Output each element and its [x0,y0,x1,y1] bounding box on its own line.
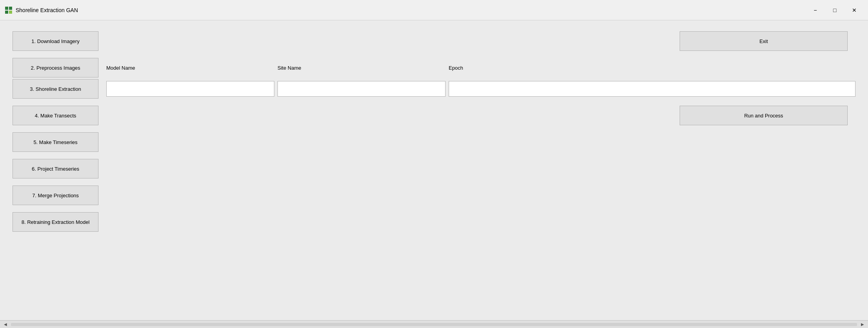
svg-rect-0 [5,7,8,10]
scroll-track[interactable] [11,323,857,326]
app-icon [5,6,13,14]
minimize-button[interactable]: − [806,4,824,16]
model-name-label: Model Name [106,65,274,71]
model-name-input[interactable] [106,81,274,97]
row-download: 1. Download Imagery Exit [13,31,855,51]
merge-projections-button[interactable]: 7. Merge Projections [13,186,98,205]
scroll-right-arrow[interactable]: ▶ [859,321,866,327]
site-name-input[interactable] [277,81,446,97]
svg-rect-3 [9,11,12,14]
scroll-left-arrow[interactable]: ◀ [2,321,9,327]
project-timeseries-button[interactable]: 6. Project Timeseries [13,159,98,178]
row-project-timeseries: 6. Project Timeseries [13,159,855,178]
row-transects: 4. Make Transects Run and Process [13,106,855,125]
preprocess-images-button[interactable]: 2. Preprocess Images [13,58,98,77]
retraining-extraction-button[interactable]: 8. Retraining Extraction Model [13,212,98,232]
run-and-process-button[interactable]: Run and Process [680,106,848,125]
maximize-button[interactable]: □ [826,4,844,16]
window-controls: − □ ✕ [806,4,863,16]
shoreline-extraction-button[interactable]: 3. Shoreline Extraction [13,79,98,99]
make-timeseries-button[interactable]: 5. Make Timeseries [13,132,98,152]
row-retraining: 8. Retraining Extraction Model [13,212,855,232]
horizontal-scrollbar: ◀ ▶ [0,320,868,328]
row-merge-projections: 7. Merge Projections [13,186,855,205]
epoch-label: Epoch [449,65,463,71]
close-button[interactable]: ✕ [845,4,863,16]
svg-rect-2 [5,11,8,14]
site-name-label: Site Name [277,65,446,71]
title-bar: Shoreline Extraction GAN − □ ✕ [0,0,868,20]
make-transects-button[interactable]: 4. Make Transects [13,106,98,125]
epoch-input[interactable] [449,81,855,97]
main-content: 1. Download Imagery Exit 2. Preprocess I… [0,20,868,320]
row-timeseries: 5. Make Timeseries [13,132,855,152]
svg-rect-1 [9,7,12,10]
exit-button[interactable]: Exit [680,31,848,51]
download-imagery-button[interactable]: 1. Download Imagery [13,31,98,51]
window-title: Shoreline Extraction GAN [16,7,806,13]
